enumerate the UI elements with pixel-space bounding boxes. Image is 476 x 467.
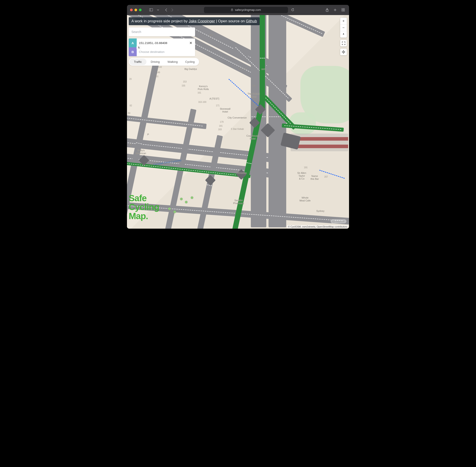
tab-cycling[interactable]: Cycling: [182, 59, 199, 65]
geolocate-control: [340, 49, 347, 55]
map-label: 151: [155, 75, 159, 78]
svg-rect-5: [343, 8, 345, 10]
brand-logo: Safe Cycling Map.: [129, 194, 159, 221]
back-button[interactable]: [163, 7, 169, 13]
zoom-in-button[interactable]: +: [340, 18, 347, 24]
fullscreen-button[interactable]: [340, 40, 347, 46]
tab-driving[interactable]: Driving: [147, 59, 164, 65]
map-label: Sydney: [316, 210, 324, 212]
map-label: 179: [220, 121, 224, 123]
svg-rect-0: [149, 9, 153, 11]
minimize-window-button[interactable]: [134, 9, 137, 11]
new-tab-button[interactable]: [332, 7, 338, 13]
map-label: 153: [183, 80, 187, 83]
svg-rect-2: [231, 10, 233, 11]
lock-icon: [231, 8, 233, 12]
fullscreen-control: [340, 40, 347, 46]
map-label: 84: [128, 112, 130, 114]
map-label: Surly'sAmerican: [136, 149, 146, 155]
author-link[interactable]: Jake Coppinger: [189, 19, 215, 23]
tree-icon: [191, 196, 193, 199]
address-text: safecyclingmap.com: [235, 8, 261, 12]
map-label: 143: [158, 66, 162, 68]
svg-rect-6: [342, 10, 343, 12]
brand-line: Cycling: [129, 203, 159, 212]
map-label: 134: [252, 84, 255, 87]
banner-text: | Open source on: [215, 19, 246, 23]
origin-input[interactable]: [137, 39, 195, 47]
tree-icon: [173, 210, 176, 213]
map-label: A [TEST]: [210, 97, 219, 100]
map-label: soni: [262, 68, 266, 71]
window-controls: [130, 9, 142, 11]
mapbox-text: mapbox: [336, 220, 344, 223]
safari-window: safecyclingmap.com: [127, 5, 349, 229]
forward-button[interactable]: [170, 7, 175, 13]
address-bar-area: safecyclingmap.com: [193, 7, 306, 13]
map-label: 155: [182, 84, 185, 87]
swap-route-button[interactable]: ⇅: [137, 46, 141, 49]
search-box[interactable]: [129, 27, 195, 36]
attribution-text[interactable]: © CyclOSM, osm2streets, OpenStreetMap co…: [287, 225, 348, 228]
zoom-out-button[interactable]: −: [340, 24, 347, 31]
map-label: 124-128: [239, 68, 247, 70]
map-label: Sir AllenTaylor& Co: [297, 172, 306, 181]
map-label: 181: [219, 125, 223, 127]
map-label: 171: [216, 104, 220, 107]
tab-overview-button[interactable]: [340, 7, 346, 13]
map-label: City Convenience: [228, 116, 247, 119]
map-label: WholeMeal Cafe: [300, 196, 311, 202]
travel-mode-tabs: TrafficDrivingWalkingCycling: [129, 58, 199, 66]
destination-marker: B: [129, 47, 137, 56]
left-panel: A ⇅ ✕ B TrafficDrivingWalkingCycling: [129, 27, 195, 66]
brand-line: Map.: [129, 212, 159, 221]
github-link[interactable]: Github: [246, 19, 257, 23]
sidebar-toggle-button[interactable]: [148, 7, 154, 13]
route-panel: A ⇅ ✕ B: [129, 39, 195, 56]
close-window-button[interactable]: [130, 9, 133, 11]
map-label: Namethis Bar: [311, 175, 319, 181]
tree-icon: [168, 208, 171, 210]
map-label: Kinselas: [238, 172, 247, 174]
map-viewport[interactable]: Hotel108soni124-128Big Daddys14314915115…: [127, 15, 349, 229]
zoom-control: + −: [340, 18, 347, 38]
svg-rect-4: [342, 8, 343, 10]
address-bar[interactable]: safecyclingmap.com: [204, 7, 288, 13]
destination-input[interactable]: [137, 47, 195, 56]
svg-rect-7: [343, 10, 345, 12]
svg-point-9: [343, 52, 344, 52]
geolocate-button[interactable]: [340, 49, 347, 55]
tab-traffic[interactable]: Traffic: [129, 59, 146, 65]
map-label: 82: [130, 104, 132, 107]
map-label: 108: [209, 34, 212, 37]
svg-point-11: [333, 221, 334, 222]
compass-button[interactable]: [340, 31, 347, 38]
map-label: 207: [324, 176, 328, 178]
map-label: StonewallHotel: [220, 107, 230, 113]
clear-origin-button[interactable]: ✕: [188, 40, 193, 46]
tab-walking[interactable]: Walking: [164, 59, 181, 65]
share-button[interactable]: [324, 7, 330, 13]
map-label: 163-169: [198, 101, 206, 103]
map-label: 161: [198, 91, 201, 94]
reload-button[interactable]: [290, 7, 295, 13]
sidebar-menu-chevron-icon[interactable]: [156, 7, 160, 13]
tree-icon: [185, 201, 187, 203]
mapbox-badge[interactable]: mapbox: [331, 219, 346, 223]
map-label: Kenny'sPork Rolls: [198, 85, 209, 91]
search-input[interactable]: [131, 30, 192, 34]
project-banner: A work in progress side project by Jake …: [129, 17, 260, 25]
zoom-window-button[interactable]: [139, 9, 142, 11]
map-label: SerafimPharmacy: [233, 199, 244, 205]
map-label: P: [147, 133, 149, 136]
browser-titlebar: safecyclingmap.com: [127, 5, 349, 15]
map-label: 5 Star Kebab: [231, 128, 244, 130]
map-label: 191: [304, 166, 308, 169]
map-label: The OxfordHotel: [248, 92, 260, 98]
map-label: 183: [218, 128, 222, 131]
map-label: CourthouseHotel: [246, 134, 259, 140]
map-controls: + −: [340, 18, 347, 55]
map-label: 20: [129, 78, 132, 80]
map-label: Big Daddys: [185, 68, 197, 71]
banner-text: A work in progress side project by: [131, 19, 189, 23]
